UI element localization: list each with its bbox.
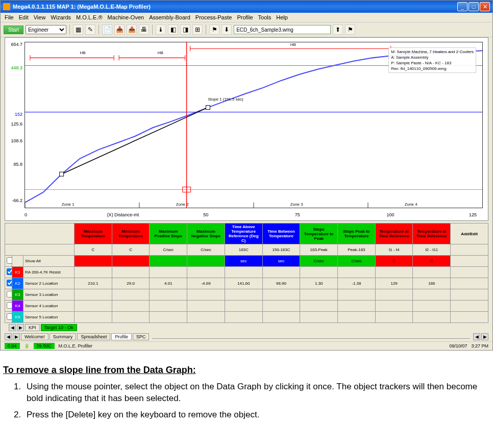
tab-left-button[interactable]: ◀	[9, 324, 16, 331]
toolbar-btn-1[interactable]: ▦	[73, 24, 83, 35]
toolbar-flag2-icon[interactable]: ⚑	[345, 24, 355, 35]
row-color-5: K5	[12, 312, 23, 323]
tab-right-button[interactable]: ▶	[17, 324, 24, 331]
doc-heading: To remove a slope line from the Data Gra…	[3, 365, 493, 376]
doc-step-1: Using the mouse pointer, select the obje…	[23, 381, 493, 405]
row-color-4: K4	[12, 301, 23, 312]
toolbar-down-icon[interactable]: ⬇	[221, 24, 232, 35]
toolbar-btn-5[interactable]: 📤	[127, 24, 137, 35]
menu-mole[interactable]: M.O.L.E.®	[76, 14, 103, 20]
slope-annotation[interactable]: Slope 1 (191.5 sec)	[208, 97, 243, 102]
data-table: Maximum Temperature Minimum Temperature …	[5, 223, 488, 323]
status-date: 09/10/07	[449, 343, 467, 349]
window-title: Mega4.0.1.1.115 MAP 1: (MegaM.O.L.E-Map …	[13, 4, 457, 10]
menu-assembly-board[interactable]: Assembly-Board	[149, 14, 190, 20]
status-value: 0.04	[5, 343, 20, 349]
chart-plot-area[interactable]: HB HB HB Slope 1 (191.5 sec) Zone 1 Zone…	[24, 42, 483, 208]
bottom-tabs: ◀ ▶ Welcome! Summary Spreadsheet Profile…	[1, 332, 492, 341]
doc-steps: Using the mouse pointer, select the obje…	[23, 381, 493, 420]
table-row: K5 Sensor 5 Location	[5, 312, 488, 323]
app-icon	[3, 3, 10, 10]
menu-file[interactable]: File	[5, 14, 14, 20]
tab-spc[interactable]: SPC	[133, 333, 150, 340]
close-button[interactable]: ✕	[480, 2, 490, 11]
svg-line-14	[62, 108, 208, 175]
filename-field[interactable]	[234, 25, 331, 34]
menu-help[interactable]: Help	[276, 14, 288, 20]
scroll-left-button[interactable]: ◀	[473, 333, 480, 340]
menu-edit[interactable]: Edit	[19, 14, 29, 20]
minimize-button[interactable]: _	[457, 2, 467, 11]
table-row: K3 Sensor 3 Location	[5, 289, 488, 301]
chart-legend: M: Sample Machine, 7 Heaters and 2 Coole…	[388, 47, 476, 73]
toolbar: Start Engineer ▦ ✎ 📄 📥 📤 🖶 🌡 ◧ ◨ ⊞ ⚑ ⬇ ⬆…	[1, 22, 492, 37]
spec-row-2: Show All sec sec C/sec C/sec C C	[5, 256, 488, 267]
region-hb-2: HB	[158, 51, 163, 55]
application-window: Mega4.0.1.1.115 MAP 1: (MegaM.O.L.E-Map …	[0, 0, 493, 351]
tab-spreadsheet[interactable]: Spreadsheet	[77, 333, 110, 340]
role-select[interactable]: Engineer	[26, 25, 66, 34]
tab-kpi[interactable]: KPI	[25, 324, 40, 331]
maximize-button[interactable]: □	[469, 2, 479, 11]
menubar: File Edit View Wizards M.O.L.E.® Machine…	[1, 13, 492, 22]
menu-view[interactable]: View	[34, 14, 46, 20]
svg-rect-15	[60, 172, 64, 176]
zone-4-label: Zone 4	[405, 202, 417, 207]
row-check-5[interactable]	[7, 313, 12, 320]
scroll-right-button[interactable]: ▶	[481, 333, 488, 340]
row-check-2[interactable]	[7, 280, 12, 286]
toolbar-btn-9[interactable]: ◨	[180, 24, 190, 35]
statusbar: 0.04 🔋 29.50C M.O.L.E. Profiler 09/10/07…	[1, 341, 492, 350]
tab-welcome[interactable]: Welcome!	[21, 333, 48, 340]
menu-tools[interactable]: Tools	[258, 14, 272, 20]
window-controls: _ □ ✕	[457, 2, 490, 11]
show-all-check[interactable]	[7, 257, 12, 264]
x-axis-labels: 0 (X) Distance-mt 50 75 100 125	[24, 212, 483, 219]
toolbar-btn-2[interactable]: ✎	[85, 24, 95, 35]
menu-process-paste[interactable]: Process-Paste	[195, 14, 232, 20]
header-row: Maximum Temperature Minimum Temperature …	[5, 223, 488, 244]
toolbar-up-icon[interactable]: ⬆	[333, 24, 343, 35]
add-edit-button[interactable]: Add/Edit	[451, 223, 488, 244]
start-button[interactable]: Start	[4, 26, 23, 34]
zone-3-label: Zone 3	[290, 202, 303, 207]
bottom-tab-right[interactable]: ▶	[13, 333, 20, 340]
doc-step-2: Press the [Delete] key on the keyboard t…	[23, 409, 493, 420]
toolbar-btn-3[interactable]: 📄	[102, 24, 112, 35]
row-check-4[interactable]	[7, 302, 12, 309]
toolbar-flag-icon[interactable]: ⚑	[209, 24, 219, 35]
titlebar: Mega4.0.1.1.115 MAP 1: (MegaM.O.L.E-Map …	[1, 1, 492, 13]
bottom-tab-left[interactable]: ◀	[5, 333, 12, 340]
tab-profile[interactable]: Profile	[111, 333, 132, 340]
region-hb-3: HB	[290, 42, 296, 47]
toolbar-btn-4[interactable]: 📥	[114, 24, 125, 35]
toolbar-btn-6[interactable]: 🖶	[139, 24, 149, 35]
zone-2-label: Zone 2	[176, 202, 189, 207]
menu-profile[interactable]: Profile	[237, 14, 253, 20]
row-check-1[interactable]	[7, 268, 12, 275]
spec-row-1: C C C/sec C/sec 183C 150-183C 183-Peak P…	[5, 244, 488, 256]
scrollbar-horizontal[interactable]	[152, 335, 470, 339]
status-temp: 29.50C	[34, 343, 55, 349]
status-time: 3:27 PM	[471, 343, 488, 349]
menu-wizards[interactable]: Wizards	[51, 14, 71, 20]
tab-summary[interactable]: Summary	[50, 333, 77, 340]
row-color-2: K2	[12, 278, 23, 289]
data-graph[interactable]: 654.7 448.3 152 125.6 108.6 85.8 -66.2	[5, 37, 488, 221]
row-color-3: K3	[12, 289, 23, 301]
kpi-tabs: ◀ ▶ KPI Target 10 - Ok	[5, 323, 488, 332]
status-center: M.O.L.E. Profiler	[59, 343, 93, 349]
svg-rect-16	[206, 106, 210, 110]
data-panel: Maximum Temperature Minimum Temperature …	[5, 223, 488, 332]
toolbar-btn-8[interactable]: ◧	[168, 24, 178, 35]
tab-target[interactable]: Target 10 - Ok	[41, 324, 77, 331]
menu-machine-oven[interactable]: Machine-Oven	[108, 14, 144, 20]
table-row: K4 Sensor 4 Location	[5, 301, 488, 312]
table-row: K1 RA 200-4.7K Resist	[5, 267, 488, 278]
row-color-1: K1	[12, 267, 23, 278]
row-check-3[interactable]	[7, 291, 12, 297]
y-axis-labels: 654.7 448.3 152 125.6 108.6 85.8 -66.2	[6, 42, 23, 208]
toolbar-btn-10[interactable]: ⊞	[192, 24, 203, 35]
region-hb-1: HB	[80, 51, 86, 55]
toolbar-btn-7[interactable]: 🌡	[156, 24, 166, 35]
